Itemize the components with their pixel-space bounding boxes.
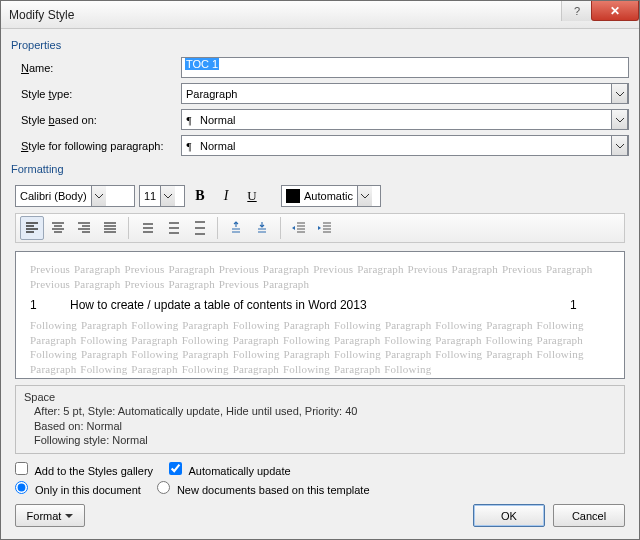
auto-update-checkbox[interactable]: Automatically update	[169, 462, 291, 477]
line-spacing-15-button[interactable]	[161, 216, 185, 240]
add-to-gallery-checkbox[interactable]: Add to the Styles gallery	[15, 462, 153, 477]
cancel-button[interactable]: Cancel	[553, 504, 625, 527]
new-documents-radio[interactable]: New documents based on this template	[157, 481, 370, 496]
chevron-down-icon	[65, 512, 73, 520]
preview-sample-line: 1 How to create / update a table of cont…	[30, 298, 610, 312]
line-spacing-2-button[interactable]	[187, 216, 211, 240]
separator	[217, 217, 218, 239]
row-radios: Only in this document New documents base…	[15, 481, 625, 496]
decrease-indent-button[interactable]	[287, 216, 311, 240]
name-input[interactable]: TOC 1	[181, 57, 629, 78]
style-description: Space After: 5 pt, Style: Automatically …	[15, 385, 625, 454]
preview-previous-text: Previous Paragraph Previous Paragraph Pr…	[30, 262, 610, 292]
window-title: Modify Style	[9, 8, 74, 22]
dialog-content: Properties Name: TOC 1 Style type: Parag…	[1, 29, 639, 539]
label-style-type: Style type:	[11, 88, 181, 100]
row-based-on: Style based on: ¶ Normal	[11, 109, 629, 130]
label-name: Name:	[11, 62, 181, 74]
chevron-down-icon	[357, 186, 372, 206]
row-type: Style type: Paragraph	[11, 83, 629, 104]
row-following: Style for following paragraph: ¶ Normal	[11, 135, 629, 156]
svg-text:?: ?	[574, 5, 580, 17]
align-center-button[interactable]	[46, 216, 70, 240]
style-type-combo[interactable]: Paragraph	[181, 83, 629, 104]
align-left-button[interactable]	[20, 216, 44, 240]
chevron-down-icon	[611, 83, 628, 104]
window-buttons: ? ✕	[561, 1, 639, 21]
titlebar: Modify Style ? ✕	[1, 1, 639, 29]
style-preview: Previous Paragraph Previous Paragraph Pr…	[15, 251, 625, 379]
paragraph-toolbar	[15, 213, 625, 243]
based-on-combo[interactable]: ¶ Normal	[181, 109, 629, 130]
space-before-decrease-button[interactable]	[250, 216, 274, 240]
font-family-combo[interactable]: Calibri (Body)	[15, 185, 135, 207]
only-this-document-radio[interactable]: Only in this document	[15, 481, 141, 496]
dialog-footer: Format OK Cancel	[11, 504, 629, 527]
row-name: Name: TOC 1	[11, 57, 629, 78]
close-button[interactable]: ✕	[591, 1, 639, 21]
help-button[interactable]: ?	[561, 1, 591, 21]
paragraph-mark-icon: ¶	[182, 140, 196, 152]
space-before-increase-button[interactable]	[224, 216, 248, 240]
underline-button[interactable]: U	[241, 185, 263, 207]
label-following: Style for following paragraph:	[11, 140, 181, 152]
line-spacing-1-button[interactable]	[135, 216, 159, 240]
properties-heading: Properties	[11, 39, 629, 51]
preview-following-text: Following Paragraph Following Paragraph …	[30, 318, 610, 377]
modify-style-dialog: Modify Style ? ✕ Properties Name: TOC 1 …	[0, 0, 640, 540]
following-combo[interactable]: ¶ Normal	[181, 135, 629, 156]
font-toolbar: Calibri (Body) 11 B I U Automatic	[15, 185, 629, 207]
separator	[280, 217, 281, 239]
increase-indent-button[interactable]	[313, 216, 337, 240]
separator	[128, 217, 129, 239]
ok-button[interactable]: OK	[473, 504, 545, 527]
label-based-on: Style based on:	[11, 114, 181, 126]
align-justify-button[interactable]	[98, 216, 122, 240]
chevron-down-icon	[611, 135, 628, 156]
font-size-combo[interactable]: 11	[139, 185, 185, 207]
format-button[interactable]: Format	[15, 504, 85, 527]
italic-button[interactable]: I	[215, 185, 237, 207]
paragraph-mark-icon: ¶	[182, 114, 196, 126]
chevron-down-icon	[611, 109, 628, 130]
chevron-down-icon	[91, 186, 106, 206]
row-checkboxes: Add to the Styles gallery Automatically …	[15, 462, 625, 477]
align-right-button[interactable]	[72, 216, 96, 240]
bold-button[interactable]: B	[189, 185, 211, 207]
chevron-down-icon	[160, 186, 175, 206]
color-swatch	[282, 189, 300, 203]
formatting-heading: Formatting	[11, 163, 629, 175]
font-color-combo[interactable]: Automatic	[281, 185, 381, 207]
